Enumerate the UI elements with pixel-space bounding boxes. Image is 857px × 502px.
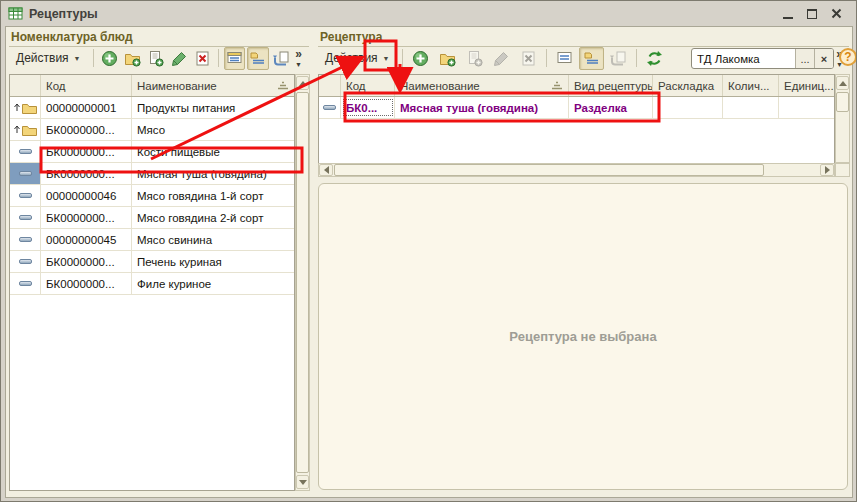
scroll-up-button[interactable] [836,76,849,90]
edit-button[interactable] [168,47,189,70]
table-row[interactable]: 00000000046 Мясо говядина 1-й сорт [10,185,294,207]
clear-button[interactable]: × [814,49,833,68]
left-toolbar-overflow[interactable]: » ▼ [295,48,302,68]
set-list-mode-button[interactable] [271,47,292,70]
list-view-button[interactable] [579,47,604,70]
cell-name: Мясо говядина 2-й сорт [132,207,294,228]
add-icon [101,50,118,67]
cell-unit [779,97,834,118]
cell-code: 00000000046 [41,185,132,206]
hierarchy-view-button[interactable] [552,47,577,70]
table-row[interactable]: БК0000000... Печень куриная [10,251,294,273]
table-row[interactable]: 00000000001 Продукты питания [10,97,294,119]
cell-name: Мясо [132,119,294,140]
set-list-mode-button[interactable] [606,47,631,70]
header-code[interactable]: Код [341,75,395,96]
cell-code: БК0000000... [41,163,132,184]
right-table-vscrollbar[interactable] [835,74,850,163]
header-recipe-kind[interactable]: Вид рецептуры [569,75,653,96]
refresh-button[interactable] [642,47,667,70]
left-table-vscrollbar[interactable] [295,74,310,491]
add-group-button[interactable] [122,47,143,70]
table-row[interactable]: БК0000000... Кости пищевые [10,141,294,163]
choose-button[interactable]: ... [795,49,814,68]
copy-button[interactable] [145,47,166,70]
scroll-thumb[interactable] [836,92,849,112]
scroll-thumb[interactable] [296,92,309,473]
refresh-icon [646,50,663,67]
header-name-label: Наименование [400,80,480,92]
toolbar-separator [402,49,403,67]
recipes-table: Код Наименование Вид рецептуры Раскладка… [318,74,835,163]
item-icon [10,229,41,250]
sort-icon [277,81,289,90]
scroll-up-button[interactable] [296,76,309,90]
scroll-right-button[interactable] [820,164,834,176]
table-row[interactable]: БК0000000... Мясо [10,119,294,141]
owner-filter-field[interactable]: ТД Лакомка ... × [691,48,834,69]
header-icon-column[interactable] [10,75,41,96]
right-actions-button[interactable]: Действия ▼ [318,47,397,69]
group-icon [10,97,41,118]
item-icon [10,185,41,206]
add-folder-icon [124,50,141,67]
cell-name: Мясо говядина 1-й сорт [132,185,294,206]
add-recipe-button[interactable] [408,47,433,70]
hierarchy-view-icon [226,50,243,67]
copy-button[interactable] [462,47,487,70]
cell-code: БК0000000... [41,119,132,140]
left-table-header: Код Наименование [10,75,294,97]
header-code[interactable]: Код [41,75,132,96]
close-icon [831,8,842,19]
cell-code: БК0000000... [41,251,132,272]
dropdown-arrow-icon: ▼ [74,55,81,62]
dropdown-arrow-icon: ▼ [383,55,390,62]
owner-filter-value: ТД Лакомка [692,49,795,68]
cell-name: Печень куриная [132,251,294,272]
item-icon [10,141,41,162]
header-name[interactable]: Наименование [395,75,569,96]
header-quantity[interactable]: Колич... [723,75,779,96]
hierarchy-view-button[interactable] [224,47,245,70]
minimize-button[interactable] [781,7,795,21]
delete-button[interactable] [516,47,541,70]
hierarchy-view-icon [556,50,573,67]
table-row[interactable]: БК0000000... Филе куриное [10,273,294,295]
right-table-hscrollbar[interactable] [318,163,835,177]
table-row[interactable]: БК0000000... Мясо говядина 2-й сорт [10,207,294,229]
left-actions-button[interactable]: Действия ▼ [9,47,88,69]
scroll-down-button[interactable] [296,475,309,489]
window-title: Рецептуры [29,7,98,21]
toolbar-separator [546,49,547,67]
scroll-left-button[interactable] [319,164,333,176]
delete-button[interactable] [192,47,213,70]
cell-name: Мясная туша (говядина) [132,163,294,184]
cell-name: Кости пищевые [132,141,294,162]
level-up-icon [14,125,20,134]
empty-message: Рецептура не выбрана [509,329,656,344]
overflow-chevron-icon: » [295,48,302,60]
item-icon [10,163,41,184]
maximize-button[interactable] [805,7,819,21]
list-view-button[interactable] [247,47,268,70]
add-button[interactable] [98,47,119,70]
close-button[interactable] [829,7,843,21]
recipe-row[interactable]: БК0... Мясная туша (говядина) Разделка [319,97,834,119]
toolbar-separator [636,49,637,67]
titlebar: Рецептуры [4,3,853,24]
add-group-button[interactable] [435,47,460,70]
table-row[interactable]: 00000000045 Мясо свинина [10,229,294,251]
header-name[interactable]: Наименование [132,75,294,96]
help-button[interactable]: ? [839,48,857,66]
edit-pencil-icon [171,50,188,67]
edit-button[interactable] [489,47,514,70]
overflow-down-icon: ▼ [295,61,302,68]
scroll-thumb[interactable] [334,164,764,176]
sort-icon [551,81,563,90]
header-layout[interactable]: Раскладка [653,75,723,96]
item-icon [10,207,41,228]
table-row-selected[interactable]: БК0000000... Мясная туша (говядина) [10,163,294,185]
header-icon-column[interactable] [319,75,341,96]
cell-code: БК0000000... [41,273,132,294]
header-unit[interactable]: Единиц... [779,75,834,96]
